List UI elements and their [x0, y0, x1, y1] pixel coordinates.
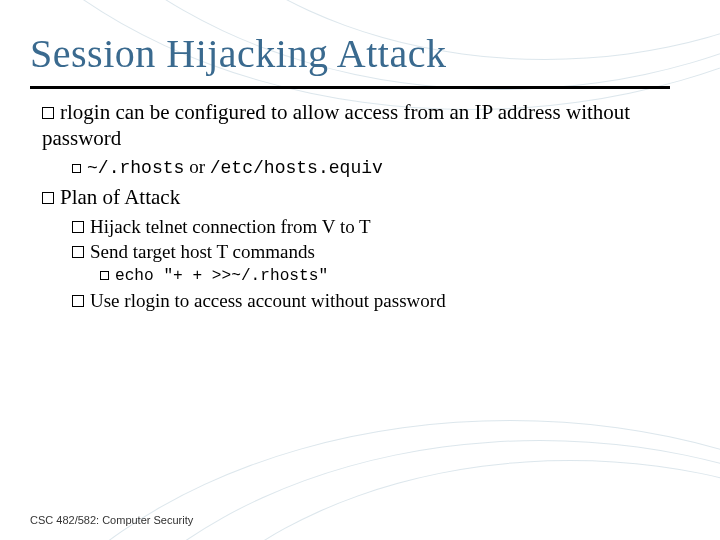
bullet-use-rlogin: Use rlogin to access account without pas…	[72, 289, 680, 312]
square-bullet-icon	[42, 192, 54, 204]
text: Plan of Attack	[60, 185, 180, 209]
square-bullet-icon	[72, 221, 84, 233]
bullet-hijack: Hijack telnet connection from V to T	[72, 215, 680, 238]
square-bullet-icon	[100, 271, 109, 280]
text: Use rlogin to access account without pas…	[90, 290, 446, 311]
text: Send target host T commands	[90, 241, 315, 262]
square-bullet-icon	[42, 107, 54, 119]
text: rlogin can be configured to allow access…	[42, 100, 630, 150]
code-text: echo "+ + >>~/.rhosts"	[115, 267, 328, 285]
code-text: /etc/hosts.equiv	[210, 158, 383, 178]
text: Hijack telnet connection from V to T	[90, 216, 371, 237]
bullet-echo: echo "+ + >>~/.rhosts"	[100, 265, 680, 287]
bullet-rhosts: ~/.rhosts or /etc/hosts.equiv	[72, 155, 680, 179]
bullet-rlogin: rlogin can be configured to allow access…	[42, 100, 680, 151]
title-underline	[30, 86, 670, 89]
code-text: ~/.rhosts	[87, 158, 184, 178]
square-bullet-icon	[72, 295, 84, 307]
square-bullet-icon	[72, 246, 84, 258]
bullet-plan: Plan of Attack	[42, 185, 680, 211]
bullet-send: Send target host T commands	[72, 240, 680, 263]
slide-body: rlogin can be configured to allow access…	[42, 100, 680, 314]
text: or	[184, 156, 209, 177]
slide-title: Session Hijacking Attack	[30, 30, 446, 77]
square-bullet-icon	[72, 164, 81, 173]
slide-footer: CSC 482/582: Computer Security	[30, 514, 193, 526]
